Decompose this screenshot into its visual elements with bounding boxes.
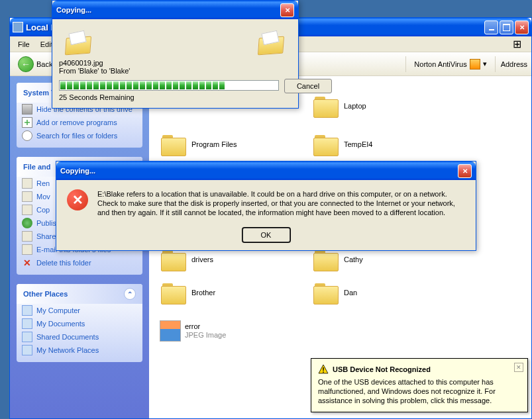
drive-icon (13, 22, 23, 32)
norton-label: Norton AntiVirus (414, 60, 466, 68)
file-item[interactable]: errorJPEG Image (160, 313, 266, 349)
task-label: Mov (36, 193, 50, 201)
copying-filename: p4060019.jpg (59, 59, 292, 67)
link-my-computer[interactable]: My Computer (17, 304, 142, 317)
copy-animation (59, 26, 292, 59)
task-label: Delete this folder (36, 259, 91, 267)
close-button[interactable] (458, 164, 472, 178)
maximize-button[interactable] (500, 21, 513, 34)
folder-open-icon (258, 32, 285, 53)
rename-icon (22, 178, 32, 189)
folder-icon (160, 281, 187, 304)
item-label: errorJPEG Image (185, 322, 226, 340)
close-button[interactable] (280, 3, 294, 17)
link-shared-documents[interactable]: Shared Documents (17, 330, 142, 344)
task-label: Shared Documents (36, 333, 99, 341)
folder-icon (312, 281, 340, 304)
progress-bar (59, 80, 279, 91)
folder-item[interactable]: Program Files (160, 126, 266, 162)
error-dialog: Copying... E:\Blake refers to a location… (56, 161, 476, 251)
task-label: Ren (36, 179, 50, 187)
balloon-close-button[interactable]: ✕ (514, 363, 523, 372)
dialog-titlebar[interactable]: Copying... (56, 162, 476, 180)
dropdown-arrow-icon: ▾ (483, 60, 487, 68)
task-label: My Computer (36, 306, 80, 314)
shared-documents-icon (22, 332, 32, 342)
menu-file[interactable]: File (13, 39, 35, 50)
publish-icon (22, 218, 32, 228)
task-label: Add or remove programs (36, 118, 117, 126)
balloon-title-row: ! USB Device Not Recognized (318, 364, 521, 375)
other-places-panel: Other Places ⌃ My Computer My Documents … (17, 284, 142, 362)
dialog-body: E:\Blake refers to a location that is un… (56, 180, 476, 228)
network-places-icon (22, 345, 32, 355)
back-button[interactable]: ← Back (14, 55, 56, 73)
svg-text:!: ! (322, 366, 325, 374)
link-network-places[interactable]: My Network Places (17, 344, 142, 357)
task-label: My Network Places (36, 346, 99, 354)
item-label: Laptop (344, 102, 366, 111)
usb-notification-balloon[interactable]: ✕ ! USB Device Not Recognized One of the… (311, 358, 528, 412)
item-label: Dan (344, 289, 357, 297)
link-my-documents[interactable]: My Documents (17, 317, 142, 330)
task-add-remove-programs[interactable]: Add or remove programs (17, 116, 142, 129)
norton-antivirus-button[interactable]: Norton AntiVirus ▾ (411, 58, 489, 71)
panel-title: File and (23, 163, 51, 171)
item-label: Brother (191, 289, 215, 297)
my-documents-icon (22, 318, 32, 329)
dialog-title: Copying... (56, 6, 280, 14)
folder-icon (312, 132, 340, 156)
dialog-body: p4060019.jpg From 'Blake' to 'Blake' Can… (52, 19, 298, 108)
folder-open-icon (66, 32, 92, 53)
my-computer-icon (22, 305, 32, 316)
balloon-title: USB Device Not Recognized (333, 365, 431, 373)
panel-title: Other Places (23, 290, 68, 298)
task-label: Search for files or folders (36, 132, 117, 140)
collapse-icon[interactable]: ⌃ (124, 288, 136, 300)
copy-progress-dialog: Copying... p4060019.jpg From 'Blake' to … (52, 0, 299, 109)
address-label: Address (501, 60, 527, 68)
folder-icon (312, 248, 340, 271)
jpeg-thumbnail-icon (160, 320, 181, 342)
search-icon (22, 130, 32, 141)
back-label: Back (36, 60, 52, 68)
task-search-files[interactable]: Search for files or folders (17, 129, 142, 142)
share-icon (22, 231, 32, 242)
move-icon (22, 191, 32, 202)
add-remove-icon (22, 117, 32, 128)
copy-icon (22, 205, 32, 215)
email-icon (22, 244, 32, 255)
error-icon (67, 189, 88, 210)
delete-icon (22, 257, 32, 268)
folder-item[interactable]: TempEI4 (312, 126, 418, 162)
item-label: Cathy (344, 256, 363, 264)
task-delete[interactable]: Delete this folder (17, 256, 142, 269)
toolbar-separator (495, 56, 496, 72)
back-arrow-icon: ← (18, 56, 34, 72)
hide-icon (22, 104, 32, 115)
folder-item[interactable]: Dan (312, 275, 418, 310)
copying-fromto: From 'Blake' to 'Blake' (59, 67, 292, 75)
window-controls (484, 21, 529, 34)
folder-item[interactable]: Laptop (312, 88, 418, 124)
folder-icon (160, 132, 187, 156)
item-label: Program Files (191, 140, 237, 149)
item-label: TempEI4 (344, 140, 372, 149)
other-places-header[interactable]: Other Places ⌃ (17, 284, 142, 304)
minimize-button[interactable] (484, 21, 498, 34)
close-button[interactable] (515, 21, 529, 34)
folder-icon (312, 94, 340, 118)
dialog-title: Copying... (60, 167, 458, 175)
dialog-titlebar[interactable]: Copying... (52, 1, 298, 19)
task-label: My Documents (36, 320, 85, 328)
error-message: E:\Blake refers to a location that is un… (97, 189, 465, 217)
time-remaining: 25 Seconds Remaining (59, 93, 292, 101)
folder-item[interactable]: Brother (160, 275, 266, 310)
windows-flag-icon: ⊞ (505, 37, 529, 52)
folder-icon (160, 248, 187, 271)
task-label: Cop (36, 206, 50, 214)
cancel-button[interactable]: Cancel (284, 79, 332, 93)
item-label: drivers (191, 256, 213, 264)
balloon-body: One of the USB devices attached to this … (318, 377, 521, 405)
ok-button[interactable]: OK (242, 228, 290, 242)
